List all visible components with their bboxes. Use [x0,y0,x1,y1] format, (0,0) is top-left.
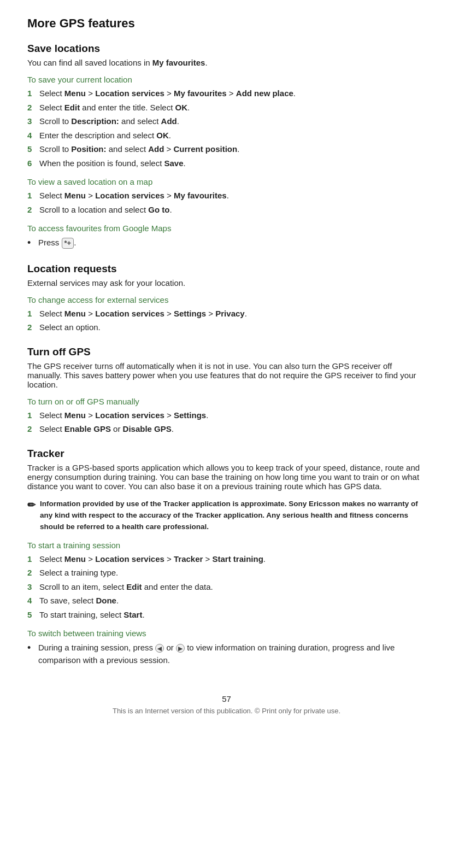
list-item: 1 Select Menu > Location services > Trac… [27,553,426,566]
list-item: 2 Select an option. [27,321,426,334]
list-item: 3 Scroll to Description: and select Add. [27,115,426,128]
list-item: • Press *+. [27,236,426,251]
list-item: 5 To start training, select Start. [27,609,426,621]
page-title: More GPS features [27,16,426,31]
list-start-training: 1 Select Menu > Location services > Trac… [27,553,426,621]
list-item: 1 Select Menu > Location services > My f… [27,190,426,202]
list-item: 6 When the position is found, select Sav… [27,157,426,170]
green-heading-save-current: To save your current location [27,75,426,84]
list-item: 2 Select Edit and enter the title. Selec… [27,102,426,114]
section-title-save-locations: Save locations [27,43,426,55]
list-item: 1 Select Menu > Location services > Sett… [27,308,426,320]
list-item: • During a training session, press ◀ or … [27,641,426,667]
list-gps-manual: 1 Select Menu > Location services > Sett… [27,409,426,436]
star-key-icon: *+ [62,238,74,249]
list-item: 3 Scroll to an item, select Edit and ent… [27,581,426,594]
list-item: 2 Select Enable GPS or Disable GPS. [27,423,426,436]
section-intro-save-locations: You can find all saved locations in My f… [27,58,426,67]
section-title-turn-off-gps: Turn off GPS [27,346,426,358]
section-intro-tracker: Tracker is a GPS-based sports applicatio… [27,463,426,491]
green-heading-gps-manual: To turn on or off GPS manually [27,397,426,406]
list-item: 5 Scroll to Position: and select Add > C… [27,143,426,156]
warning-text: Information provided by use of the Track… [40,498,426,533]
page-number: 57 [27,694,426,703]
list-item: 4 To save, select Done. [27,595,426,607]
green-heading-google-maps: To access favourites from Google Maps [27,224,426,233]
green-heading-start-training: To start a training session [27,541,426,550]
list-item: 1 Select Menu > Location services > Sett… [27,409,426,422]
green-heading-change-access: To change access for external services [27,295,426,304]
section-title-tracker: Tracker [27,448,426,460]
list-change-access: 1 Select Menu > Location services > Sett… [27,308,426,334]
section-title-location-requests: Location requests [27,263,426,275]
list-save-current: 1 Select Menu > Location services > My f… [27,87,426,169]
section-save-locations: Save locations You can find all saved lo… [27,43,426,251]
warning-icon: ✏ [27,499,36,511]
list-item: 2 Select a training type. [27,567,426,579]
section-intro-turn-off-gps: The GPS receiver turns off automatically… [27,361,426,389]
section-intro-location-requests: External services may ask for your locat… [27,278,426,288]
section-turn-off-gps: Turn off GPS The GPS receiver turns off … [27,346,426,436]
green-heading-view-map: To view a saved location on a map [27,177,426,186]
nav-right-icon: ▶ [176,644,185,653]
green-heading-switch-views: To switch between training views [27,629,426,638]
section-location-requests: Location requests External services may … [27,263,426,334]
list-switch-views: • During a training session, press ◀ or … [27,641,426,667]
nav-left-icon: ◀ [155,644,164,653]
footer-note: This is an Internet version of this publ… [113,707,340,715]
list-item: 1 Select Menu > Location services > My f… [27,87,426,100]
section-tracker: Tracker Tracker is a GPS-based sports ap… [27,448,426,667]
list-view-map: 1 Select Menu > Location services > My f… [27,190,426,216]
page-footer: 57 This is an Internet version of this p… [27,694,426,715]
list-item: 4 Enter the description and select OK. [27,130,426,142]
list-google-maps: • Press *+. [27,236,426,251]
warning-box: ✏ Information provided by use of the Tra… [27,498,426,533]
list-item: 2 Scroll to a location and select Go to. [27,204,426,216]
